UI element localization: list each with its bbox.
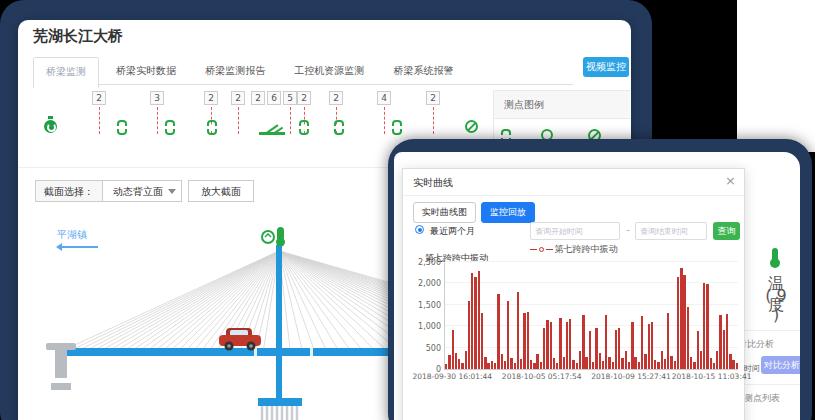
chart-bar xyxy=(687,307,689,369)
chart-bar xyxy=(520,359,522,369)
chart-bar xyxy=(615,330,617,369)
chart-bar xyxy=(471,273,473,369)
dialog-header: 实时曲线 × xyxy=(403,169,744,196)
chart-bar xyxy=(576,363,578,369)
chart-bar xyxy=(523,313,525,369)
chart-bar xyxy=(654,360,656,369)
chart-bar xyxy=(481,313,483,369)
y-tick-label: 2,500 xyxy=(418,258,441,267)
link-sensor-icon[interactable] xyxy=(334,120,344,135)
chart-bar xyxy=(634,357,636,369)
tab-monitoring-report[interactable]: 桥梁监测报告 xyxy=(193,57,277,86)
link-sensor-icon[interactable] xyxy=(299,120,309,135)
chart-bar xyxy=(501,354,503,369)
last-two-months-label: 最近两个月 xyxy=(430,225,475,238)
chart-bar xyxy=(507,301,509,369)
gridline xyxy=(445,304,738,305)
chart-bar xyxy=(719,315,721,369)
enlarge-section-button[interactable]: 放大截面 xyxy=(188,180,254,202)
chart-bar xyxy=(452,330,454,369)
tower-sensor-icon[interactable] xyxy=(262,227,285,247)
ban-sensor-icon[interactable] xyxy=(465,120,478,133)
chart-bar xyxy=(533,363,535,369)
link-sensor-icon[interactable] xyxy=(392,120,402,135)
chart-bar xyxy=(461,363,463,369)
section-select-dropdown[interactable]: 动态背立面 xyxy=(103,180,182,202)
link-sensor-icon[interactable] xyxy=(117,120,127,135)
chart-bar xyxy=(484,357,486,369)
chart-bar xyxy=(608,357,610,369)
compare-analysis-button[interactable]: 对比分析 xyxy=(761,356,800,374)
complex-sensor-icon[interactable] xyxy=(259,120,285,135)
sensor-count-badge: 2 xyxy=(251,91,265,105)
chart-bar xyxy=(657,362,659,369)
tab-realtime-curve[interactable]: 实时曲线图 xyxy=(413,202,476,223)
chart-bar xyxy=(628,362,630,369)
dialog-title: 实时曲线 xyxy=(413,176,453,190)
chart-bar xyxy=(569,319,571,369)
link-sensor-icon[interactable] xyxy=(207,120,217,135)
divider xyxy=(740,384,800,385)
popup-window: 测点图例 温度 ( 9 ) 对比分析 对比分析 测点列表 实时曲线 × 实时曲线… xyxy=(388,139,812,420)
chart-bar xyxy=(713,363,715,369)
divider xyxy=(740,330,800,331)
chart-bar xyxy=(693,362,695,369)
chart-bar xyxy=(514,363,516,369)
chevron-down-icon xyxy=(168,189,176,194)
point-list-header: 测点列表 xyxy=(744,392,780,405)
chart-bar xyxy=(736,363,738,369)
y-tick-label: 2,000 xyxy=(418,279,441,288)
chart-bar xyxy=(716,351,718,369)
chart-bar xyxy=(625,351,627,369)
chart-bar xyxy=(497,294,499,369)
chart-bar xyxy=(572,360,574,369)
chart-bar xyxy=(550,322,552,369)
chart-bar xyxy=(510,358,512,369)
screen: 芜湖长江大桥 桥梁监测 桥梁实时数据 桥梁监测报告 工控机资源监测 桥梁系统报警… xyxy=(0,0,815,420)
x-tick-label: 2018-10-05 05:17:54 xyxy=(502,372,582,381)
sensor-count-badge: 6 xyxy=(267,91,281,105)
chart-bar xyxy=(602,361,604,369)
tab-bridge-monitoring[interactable]: 桥梁监测 xyxy=(33,57,99,88)
section-select-value: 动态背立面 xyxy=(113,186,163,197)
chart-bar xyxy=(618,328,620,369)
query-start-time-input[interactable] xyxy=(530,222,620,240)
legend-panel-title: 测点图例 xyxy=(494,91,630,119)
tab-ipc-resource[interactable]: 工控机资源监测 xyxy=(282,57,376,86)
chart-bar xyxy=(527,312,529,369)
tab-monitor-playback[interactable]: 监控回放 xyxy=(481,202,535,223)
chart-bar xyxy=(621,358,623,369)
sensor-dropline xyxy=(99,107,100,134)
last-two-months-radio[interactable] xyxy=(415,225,424,234)
tab-system-alarm[interactable]: 桥梁系统报警 xyxy=(381,57,465,86)
chart-bar xyxy=(697,331,699,369)
chart-bar xyxy=(487,363,489,369)
page-title: 芜湖长江大桥 xyxy=(33,27,123,46)
tab-realtime-data[interactable]: 桥梁实时数据 xyxy=(104,57,188,86)
chart-bar xyxy=(595,328,597,369)
chart-bar xyxy=(474,277,476,369)
close-icon[interactable]: × xyxy=(725,173,736,188)
chart-bar xyxy=(677,277,679,369)
chart-bar xyxy=(683,275,685,369)
chart-bar xyxy=(651,322,653,370)
sensor-count-badge: 2 xyxy=(426,91,440,105)
video-monitor-button[interactable]: 视频监控 xyxy=(583,57,629,77)
chart-bar xyxy=(729,354,731,369)
query-button[interactable]: 查询 xyxy=(713,222,740,240)
chart-bar xyxy=(530,360,532,369)
chart-bar xyxy=(732,360,734,369)
legend-marker xyxy=(530,249,537,250)
thermometer-icon[interactable] xyxy=(772,248,778,261)
chart-bar xyxy=(680,268,682,369)
chart-bar xyxy=(543,328,545,369)
query-controls: 最近两个月 - 查询 xyxy=(403,221,744,241)
link-sensor-icon[interactable] xyxy=(165,120,175,135)
sensor-count-badge: 3 xyxy=(150,91,164,105)
stopwatch-sensor-icon[interactable] xyxy=(44,120,57,133)
gridline xyxy=(445,261,738,262)
x-tick-label: 2018-10-15 11:03:41 xyxy=(672,372,752,381)
query-end-time-input[interactable] xyxy=(635,222,707,240)
chart-bar xyxy=(455,353,457,369)
section-select-group: 截面选择： 动态背立面 xyxy=(35,180,182,202)
